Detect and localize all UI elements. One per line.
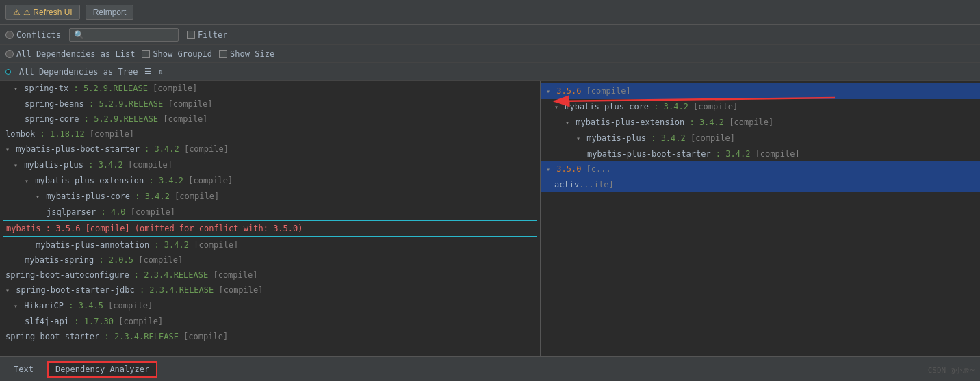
chevron-icon [576,135,580,142]
search-icon: 🔍 [74,30,84,40]
all-deps-tree-label: All Dependencies as Tree [19,67,138,77]
left-panel[interactable]: spring-tx : 5.2.9.RELEASE [compile] spri… [0,81,541,356]
warning-icon: ⚠ [13,8,21,17]
conflict-tree-item[interactable]: mybatis : 3.5.6 [compile] (omitted for c… [3,220,537,237]
tree-item[interactable]: HikariCP : 3.4.5 [compile] [0,298,540,314]
show-size-cb [219,50,227,58]
chevron-icon [14,302,18,310]
chevron-icon [14,85,18,92]
tree-item[interactable]: mybatis-spring : 2.0.5 [compile] [0,252,540,267]
main-content: spring-tx : 5.2.9.RELEASE [compile] spri… [0,81,980,356]
tree-item[interactable]: spring-boot-autoconfigure : 2.3.4.RELEAS… [0,267,540,283]
tree-item[interactable]: mybatis-plus-boot-starter : 3.4.2 [compi… [0,142,540,157]
show-groupid-checkbox[interactable]: Show GroupId [142,49,212,59]
tree-item[interactable]: mybatis-plus-extension : 3.4.2 [compile] [0,173,540,189]
radio-circle [5,31,14,39]
tree-item[interactable]: spring-core : 5.2.9.RELEASE [compile] [0,111,540,127]
refresh-label: ⚠ Refresh UI [23,8,73,17]
watermark: CSDN @小辰~ [928,365,975,376]
all-deps-list-label: All Dependencies as List [16,49,135,59]
filter-checkbox[interactable]: Filter [187,30,227,40]
version-header-356[interactable]: 3.5.6 [compile] [541,83,980,99]
show-groupid-label: Show GroupId [153,49,212,59]
show-size-label: Show Size [230,49,274,59]
search-box[interactable]: 🔍 [69,28,179,42]
tree-item[interactable]: activ...ile] [541,177,980,192]
toolbar: ⚠ ⚠ Refresh UI Reimport [0,0,980,25]
tree-item[interactable]: mybatis-plus-extension : 3.4.2 [compile] [541,115,980,131]
search-input[interactable] [87,30,176,40]
refresh-ui-button[interactable]: ⚠ ⚠ Refresh UI [5,5,80,20]
chevron-icon [546,166,550,173]
filter-bar: Conflicts 🔍 Filter [0,25,980,45]
chevron-icon [565,119,569,127]
radio-circle-2 [5,50,14,58]
version-header-350[interactable]: 3.5.0 [c... [541,161,980,177]
tree-item[interactable]: jsqlparser : 4.0 [compile] [0,205,540,220]
text-tab[interactable]: Text [5,362,42,377]
chevron-icon [36,193,40,200]
all-deps-tree-bar: All Dependencies as Tree ☰ ⇅ [0,63,980,81]
right-panel[interactable]: 3.5.6 [compile] mybatis-plus-core : 3.4.… [541,81,980,356]
chevron-icon [25,177,29,185]
tree-item[interactable]: mybatis-plus : 3.4.2 [compile] [0,157,540,173]
tree-item[interactable]: spring-beans : 5.2.9.RELEASE [compile] [0,96,540,111]
chevron-icon [5,287,10,294]
tree-item[interactable]: mybatis-plus-annotation : 3.4.2 [compile… [0,237,540,252]
dependency-analyzer-tab[interactable]: Dependency Analyzer [47,361,157,378]
reimport-button[interactable]: Reimport [86,5,134,20]
tree-item[interactable]: spring-boot-starter-jdbc : 2.3.4.RELEASE… [0,283,540,298]
tree-item[interactable]: slf4j-api : 1.7.30 [compile] [0,314,540,329]
chevron-icon [5,146,10,153]
all-deps-list-bar: All Dependencies as List Show GroupId Sh… [0,45,980,63]
filter-cb [187,31,195,39]
tree-item[interactable]: mybatis-plus-boot-starter : 3.4.2 [compi… [541,146,980,161]
sort-icon-2[interactable]: ⇅ [158,67,163,76]
tree-item[interactable]: lombok : 1.18.12 [compile] [0,127,540,142]
show-size-checkbox[interactable]: Show Size [219,49,274,59]
tree-item[interactable]: mybatis-plus-core : 3.4.2 [compile] [541,99,980,115]
tree-item[interactable]: mybatis-plus : 3.4.2 [compile] [541,131,980,146]
sort-icon-1[interactable]: ☰ [144,67,151,76]
tree-item[interactable]: mybatis-plus-core : 3.4.2 [compile] [0,189,540,205]
filter-label: Filter [198,30,227,40]
conflicts-label: Conflicts [16,30,61,40]
tree-item[interactable]: spring-boot-starter : 2.3.4.RELEASE [com… [0,329,540,344]
active-indicator [5,69,11,75]
conflicts-radio[interactable]: Conflicts [5,30,61,40]
reimport-label: Reimport [93,8,127,17]
all-deps-list-radio[interactable]: All Dependencies as List [5,49,135,59]
show-groupid-cb [142,50,150,58]
all-deps-tree-radio[interactable]: All Dependencies as Tree [19,67,138,77]
chevron-icon [554,103,558,111]
chevron-icon [14,161,18,169]
bottom-bar: Text Dependency Analyzer [0,356,980,381]
tree-item[interactable]: spring-tx : 5.2.9.RELEASE [compile] [0,81,540,96]
chevron-icon [546,88,550,95]
